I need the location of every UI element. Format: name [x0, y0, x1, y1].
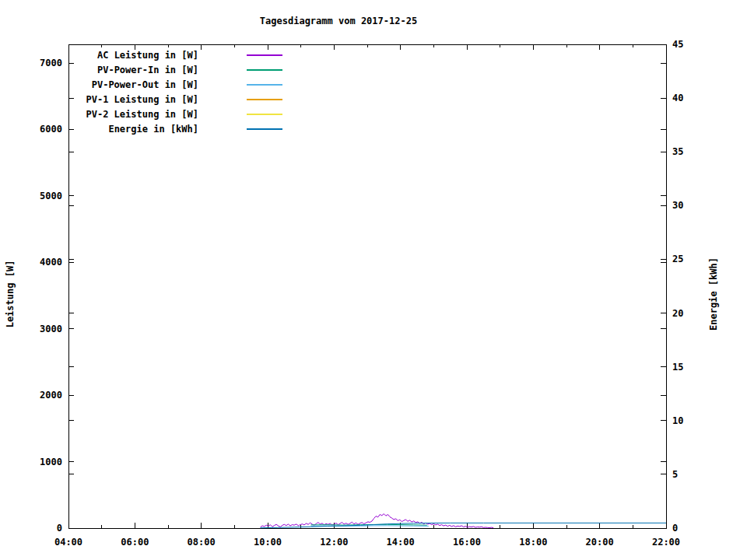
x-tick-label: 14:00	[387, 537, 415, 548]
y-tick-label-left: 0	[57, 523, 62, 534]
y-tick-label-right: 35	[672, 146, 683, 157]
chart-title: Tagesdiagramm vom 2017-12-25	[260, 16, 417, 26]
legend: AC Leistung in [W]PV-Power-In in [W]PV-P…	[86, 50, 283, 135]
y-tick-label-right: 5	[672, 469, 678, 480]
x-tick-label: 16:00	[453, 537, 481, 548]
legend-label: PV-2 Leistung in [W]	[86, 109, 199, 120]
y-tick-label-right: 10	[672, 415, 683, 426]
y-tick-label-left: 6000	[40, 124, 62, 135]
y-tick-label-right: 45	[672, 39, 683, 50]
y-axis-label-right: Energie [kWh]	[708, 257, 719, 331]
x-tick-label: 12:00	[320, 537, 348, 548]
legend-label: PV-Power-Out in [W]	[92, 79, 198, 90]
y-tick-label-right: 40	[672, 93, 683, 103]
x-tick-label: 08:00	[188, 537, 216, 548]
x-tick-label: 22:00	[652, 537, 680, 548]
y-tick-label-right: 30	[672, 200, 683, 211]
x-tick-label: 04:00	[54, 537, 82, 548]
y-tick-label-left: 7000	[40, 58, 62, 68]
legend-label: Energie in [kWh]	[108, 124, 198, 135]
y-tick-label-right: 15	[672, 362, 683, 373]
x-tick-label: 06:00	[121, 537, 149, 548]
x-tick-label: 18:00	[519, 537, 547, 548]
y-tick-label-left: 4000	[40, 257, 62, 268]
x-tick-label: 20:00	[586, 537, 614, 548]
y-tick-label-right: 25	[672, 254, 683, 264]
y-tick-label-left: 5000	[40, 191, 62, 201]
y-tick-label-left: 1000	[40, 457, 62, 467]
legend-label: PV-Power-In in [W]	[97, 65, 198, 75]
y-tick-label-left: 3000	[40, 324, 62, 334]
x-tick-label: 10:00	[254, 537, 282, 548]
y-axis-label-left: Leistung [W]	[5, 261, 16, 328]
y-tick-label-left: 2000	[40, 390, 62, 401]
legend-label: AC Leistung in [W]	[97, 50, 198, 61]
y-tick-label-right: 20	[672, 308, 683, 319]
legend-label: PV-1 Leistung in [W]	[86, 94, 199, 105]
y-tick-label-right: 0	[672, 523, 678, 534]
chart: Tagesdiagramm vom 2017-12-25 Leistung [W…	[0, 0, 747, 560]
plot-svg: Tagesdiagramm vom 2017-12-25 Leistung [W…	[0, 0, 747, 560]
